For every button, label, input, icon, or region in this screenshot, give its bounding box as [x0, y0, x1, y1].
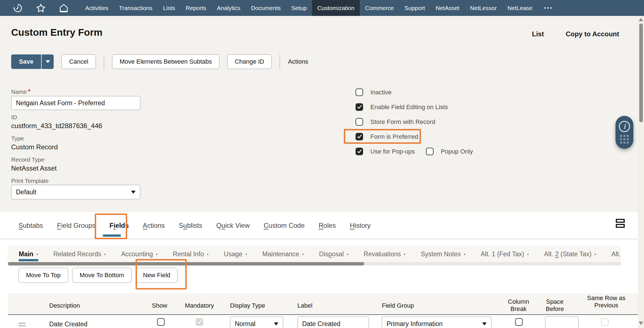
name-input[interactable]: Netgain Asset Form - Preferred [11, 96, 140, 110]
move-elements-button[interactable]: Move Elements Between Subtabs [112, 54, 219, 69]
nav-item-reports[interactable]: Reports [180, 0, 212, 16]
tab-quick-view[interactable]: Quick View [216, 222, 250, 229]
new-field-button[interactable]: New Field [136, 268, 178, 283]
checkbox-row-form-is-preferred: Form is Preferred [356, 133, 418, 140]
nav-item-netlessor[interactable]: NetLessor [465, 0, 502, 16]
toolbar-divider [280, 54, 280, 69]
help-widget[interactable]: i [615, 116, 633, 149]
change-id-button[interactable]: Change ID [227, 54, 272, 69]
nav-item-commerce[interactable]: Commerce [360, 0, 399, 16]
move-to-bottom-button[interactable]: Move To Bottom [72, 268, 132, 283]
nav-item-analytics[interactable]: Analytics [212, 0, 246, 16]
row-space-before-input[interactable] [545, 317, 579, 328]
name-label: Name* [11, 88, 30, 95]
row-show-checkbox[interactable] [157, 318, 165, 326]
home-icon[interactable] [59, 3, 69, 13]
vertical-scrollbar-thumb[interactable] [639, 23, 643, 122]
cancel-button[interactable]: Cancel [61, 54, 96, 69]
list-link[interactable]: List [532, 30, 544, 38]
stacked-rows-icon[interactable] [616, 219, 625, 229]
tab-actions[interactable]: Actions [143, 222, 165, 229]
subtab-system-notes[interactable]: System Notes [421, 250, 465, 258]
save-dropdown-button[interactable] [41, 54, 54, 69]
subtab-alt-2-state-tax[interactable]: Alt. 2 (State Tax) [544, 250, 596, 258]
active-subtab-indicator [19, 259, 38, 261]
checkbox-row-use-for-popups: Use for Pop-ups Popup Only [356, 148, 473, 155]
tab-sublists[interactable]: Sublists [179, 222, 202, 229]
row-label-input[interactable]: Date Created [297, 317, 369, 328]
row-description: Date Created [49, 320, 87, 328]
inactive-label: Inactive [370, 89, 392, 96]
row-drag-handle[interactable] [18, 323, 26, 328]
subtab-alt-1-fed-tax[interactable]: Alt. 1 (Fed Tax) [481, 250, 529, 258]
row-column-break-checkbox[interactable] [515, 318, 523, 326]
header-links: List Copy to Account [532, 30, 619, 38]
subtab-main[interactable]: Main [19, 250, 38, 258]
use-for-popups-checkbox[interactable] [356, 148, 363, 155]
checkmark-icon [197, 319, 202, 324]
record-type-value: NetAsset Asset [11, 164, 57, 172]
tab-custom-code[interactable]: Custom Code [264, 222, 305, 229]
popup-only-checkbox[interactable] [426, 148, 434, 155]
subtab-maintenance[interactable]: Maintenance [262, 250, 304, 258]
actions-menu[interactable]: Actions [288, 58, 308, 65]
nav-item-documents[interactable]: Documents [246, 0, 286, 16]
form-is-preferred-checkbox[interactable] [356, 133, 363, 140]
save-split-button: Save [11, 54, 54, 69]
scroll-down-arrow-icon[interactable] [639, 322, 643, 325]
horizontal-scrollbar[interactable] [8, 262, 621, 265]
subtab-revaluations[interactable]: Revaluations [364, 250, 405, 258]
custom-entry-form-page: Activities Transactions Lists Reports An… [0, 0, 644, 328]
store-form-checkbox[interactable] [356, 118, 363, 126]
move-to-top-button[interactable]: Move To Top [18, 268, 68, 283]
dots-grid-icon[interactable] [620, 135, 629, 144]
copy-to-account-link[interactable]: Copy to Account [566, 30, 619, 38]
nav-icon-group [13, 0, 69, 16]
scroll-up-arrow-icon[interactable] [639, 18, 643, 21]
id-value: custform_433_td2887636_446 [11, 122, 102, 130]
nav-item-netlease[interactable]: NetLease [502, 0, 538, 16]
id-label: ID [11, 114, 17, 121]
subtab-related-records[interactable]: Related Records [53, 250, 106, 258]
row-bar [616, 219, 625, 223]
col-same-row: Same Row as Previous [585, 295, 627, 309]
popup-only-label: Popup Only [441, 148, 473, 155]
nav-item-customization[interactable]: Customization [312, 0, 360, 16]
record-type-label: Record Type [11, 156, 44, 163]
nav-item-transactions[interactable]: Transactions [114, 0, 158, 16]
subtab-bar: Main Related Records Accounting Rental I… [8, 246, 621, 258]
tab-fields[interactable]: Fields [109, 222, 129, 229]
row-display-type-select[interactable]: Normal [230, 317, 283, 328]
info-icon[interactable]: i [619, 121, 630, 132]
subtab-rental-info[interactable]: Rental Info [173, 250, 209, 258]
nav-item-lists[interactable]: Lists [158, 0, 180, 16]
tab-field-groups[interactable]: Field Groups [57, 222, 95, 229]
table-header-border [8, 314, 638, 315]
row-field-group-select[interactable]: Primary Information [382, 317, 491, 328]
subtab-disposal[interactable]: Disposal [319, 250, 349, 258]
history-icon[interactable] [13, 3, 23, 13]
more-menu-icon[interactable]: ••• [538, 0, 559, 16]
subtab-usage[interactable]: Usage [224, 250, 247, 258]
subtab-accounting[interactable]: Accounting [121, 250, 157, 258]
tab-roles[interactable]: Roles [319, 222, 336, 229]
save-button[interactable]: Save [11, 54, 41, 69]
fields-list-toolbar: Move To Top Move To Bottom New Field [18, 268, 178, 283]
horizontal-scrollbar-thumb[interactable] [8, 262, 364, 265]
nav-item-support[interactable]: Support [399, 0, 430, 16]
inactive-checkbox[interactable] [356, 88, 363, 96]
row-field-group-value: Primary Information [387, 320, 443, 328]
nav-item-netasset[interactable]: NetAsset [430, 0, 465, 16]
star-icon[interactable] [36, 3, 46, 13]
subtab-alt-truncated[interactable]: Alt. [611, 250, 621, 258]
enable-field-editing-checkbox[interactable] [356, 103, 363, 111]
nav-item-activities[interactable]: Activities [80, 0, 114, 16]
checkbox-row-store-form: Store Form with Record [356, 118, 435, 126]
nav-item-setup[interactable]: Setup [286, 0, 312, 16]
drag-line [18, 323, 26, 324]
row-bar [616, 224, 625, 228]
tab-history[interactable]: History [350, 222, 371, 229]
print-template-select[interactable]: Default [11, 185, 140, 199]
tab-subtabs[interactable]: Subtabs [18, 222, 43, 229]
type-label: Type [11, 135, 24, 142]
